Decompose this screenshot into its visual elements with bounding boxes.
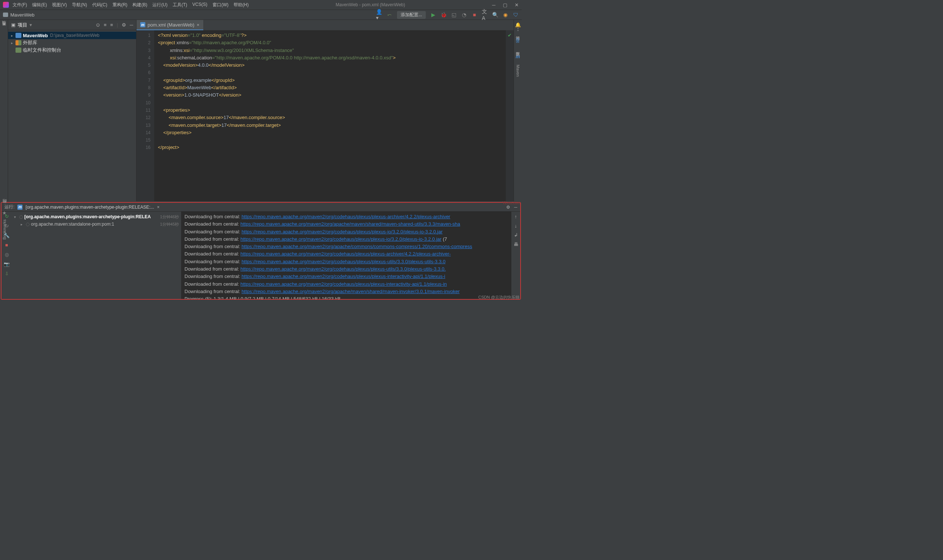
menu-view[interactable]: 视图(V) [52, 2, 67, 8]
up-icon[interactable]: ↑ [515, 214, 517, 219]
tree-node-scratches[interactable]: 临时文件和控制台 [8, 46, 136, 54]
maven-icon[interactable]: m [516, 54, 520, 59]
divider: | [117, 22, 118, 28]
profile-icon[interactable]: ◔ [461, 12, 467, 18]
menu-build[interactable]: 构建(B) [133, 2, 147, 8]
tree-node-external-libs[interactable]: ▸ 外部库 [8, 39, 136, 46]
left-toolbar: ▣ 项目 [0, 20, 8, 201]
project-panel-title[interactable]: 项目 [18, 22, 27, 28]
right-toolbar: 🔔 通知 🗄 数据库 m Maven [514, 20, 522, 201]
library-icon [15, 40, 22, 45]
export-icon[interactable]: ⇩ [4, 271, 9, 277]
menu-help[interactable]: 帮助(H) [233, 2, 248, 8]
line-gutter: 12345678910111213141516 [136, 30, 154, 201]
menu-code[interactable]: 代码(C) [92, 2, 107, 8]
maven-label[interactable]: Maven [516, 65, 520, 77]
menu-file[interactable]: 文件(F) [12, 2, 27, 8]
expand-all-icon[interactable]: ≡ [104, 22, 106, 28]
project-panel-header: ▣ 项目 ▾ ⊙ ≡ ≡ | ⚙ ─ [8, 20, 136, 30]
tab-pom-xml[interactable]: m pom.xml (MavenWeb) × [136, 20, 203, 30]
maven-file-icon: m [140, 22, 145, 27]
run-tree-label: [org.apache.maven.plugins:maven-archetyp… [24, 214, 160, 219]
user-icon[interactable]: 👤▾ [376, 12, 382, 18]
menu-window[interactable]: 窗口(W) [213, 2, 228, 8]
run-tree-child[interactable]: ▸ ◌ org.apache.maven:standalone-pom:pom:… [14, 220, 179, 228]
menu-tools[interactable]: 工具(T) [173, 2, 187, 8]
code-content[interactable]: <?xml version="1.0" encoding="UTF-8"?> <… [154, 30, 505, 201]
database-icon[interactable]: 🗄 [515, 38, 520, 43]
stop-icon[interactable]: ■ [471, 12, 477, 18]
chevron-right-icon[interactable]: ▸ [11, 34, 15, 38]
watermark: CSDN @云边的快乐猫 [478, 295, 519, 300]
shield-icon[interactable]: 🛡 [513, 12, 519, 18]
run-tree-label: org.apache.maven:standalone-pom:pom:1 [31, 222, 160, 227]
debug-icon[interactable]: 🐞 [440, 12, 446, 18]
run-config-dropdown[interactable]: 添加配置... [397, 11, 426, 19]
build-hammer-icon[interactable]: ⤺ [387, 12, 392, 18]
run-tree: ▾ ◌ [org.apache.maven.plugins:maven-arch… [12, 212, 182, 299]
window-title: MavenWeb - pom.xml (MavenWeb) [248, 2, 492, 8]
chevron-down-icon[interactable]: ▾ [29, 22, 32, 28]
spinner-icon: ◌ [19, 214, 24, 219]
run-tree-time: 1分钟45秒 [160, 222, 179, 227]
bookmarks-label[interactable]: Bookmarks [2, 219, 7, 240]
menu-vcs[interactable]: VCS(S) [192, 2, 207, 8]
inspection-stripe: ✔ [505, 30, 514, 201]
select-opened-icon[interactable]: ⊙ [96, 22, 100, 28]
watermark-corner: Yii.cm.com [502, 201, 520, 205]
minimize-icon[interactable]: ─ [492, 2, 495, 8]
run-tool-window: 运行: m [org.apache.maven.plugins:maven-ar… [1, 202, 521, 300]
menu-navigate[interactable]: 导航(N) [72, 2, 87, 8]
maximize-icon[interactable]: ▢ [503, 2, 507, 8]
translate-icon[interactable]: 文A [482, 12, 488, 18]
app-logo-icon [3, 2, 9, 8]
main-menu: 文件(F) 编辑(E) 视图(V) 导航(N) 代码(C) 重构(R) 构建(B… [12, 2, 248, 8]
tree-node-label: 外部库 [23, 40, 37, 46]
hide-icon[interactable]: ─ [514, 205, 517, 210]
window-controls: ─ ▢ ✕ [492, 2, 519, 8]
search-icon[interactable]: 🔍 [492, 12, 498, 18]
project-tree: ▸ MavenWeb D:\java_base\MavenWeb ▸ 外部库 临… [8, 30, 136, 55]
close-icon[interactable]: ✕ [515, 2, 519, 8]
module-icon [15, 33, 22, 38]
camera-icon[interactable]: 📷 [4, 261, 9, 267]
stop-icon[interactable]: ■ [4, 242, 9, 248]
console-toolbar: ↑ ↓ ↲ 🖶 [511, 212, 520, 299]
editor-tabs: m pom.xml (MavenWeb) × [136, 20, 514, 30]
bookmark-icon[interactable]: ★ [2, 210, 7, 216]
left-strip: 结构 ★ Bookmarks [1, 206, 8, 240]
spinner-icon: ◌ [26, 222, 31, 227]
run-icon[interactable]: ▶ [430, 12, 436, 18]
project-tool-icon[interactable]: ▣ [2, 22, 6, 26]
print-icon[interactable]: 🖶 [514, 242, 519, 247]
menu-edit[interactable]: 编辑(E) [32, 2, 47, 8]
gear-icon[interactable]: ⚙ [122, 22, 126, 28]
chevron-right-icon[interactable]: ▸ [21, 222, 26, 226]
chevron-down-icon[interactable]: ▾ [14, 215, 19, 219]
run-config-title[interactable]: [org.apache.maven.plugins:maven-archetyp… [25, 205, 154, 210]
chevron-right-icon[interactable]: ▸ [11, 41, 15, 45]
target-icon[interactable]: ◎ [4, 251, 9, 257]
run-header: 运行: m [org.apache.maven.plugins:maven-ar… [2, 203, 520, 212]
tab-close-icon[interactable]: × [197, 22, 200, 28]
tab-close-icon[interactable]: × [157, 205, 160, 210]
console-output[interactable]: Downloading from central: https://repo.m… [182, 212, 511, 299]
project-panel: ▣ 项目 ▾ ⊙ ≡ ≡ | ⚙ ─ ▸ MavenWeb D:\java_ba… [8, 20, 136, 201]
hide-icon[interactable]: ─ [130, 22, 133, 28]
tree-node-path: D:\java_base\MavenWeb [50, 33, 100, 38]
ai-icon[interactable]: ◉ [503, 12, 508, 18]
run-tree-root[interactable]: ▾ ◌ [org.apache.maven.plugins:maven-arch… [14, 213, 179, 220]
check-icon[interactable]: ✔ [506, 30, 514, 38]
menu-run[interactable]: 运行(U) [152, 2, 168, 8]
project-icon: ▣ [11, 22, 15, 28]
collapse-all-icon[interactable]: ≡ [110, 22, 113, 28]
gear-icon[interactable]: ⚙ [506, 205, 510, 210]
menu-refactor[interactable]: 重构(R) [113, 2, 128, 8]
coverage-icon[interactable]: ◱ [451, 12, 457, 18]
tab-label: pom.xml (MavenWeb) [148, 22, 194, 28]
breadcrumb[interactable]: MavenWeb [10, 12, 35, 18]
down-icon[interactable]: ↓ [515, 223, 517, 229]
more-icon[interactable]: ⋮ [515, 25, 521, 32]
tree-node-mavenweb[interactable]: ▸ MavenWeb D:\java_base\MavenWeb [8, 32, 136, 39]
wrap-icon[interactable]: ↲ [514, 232, 518, 238]
